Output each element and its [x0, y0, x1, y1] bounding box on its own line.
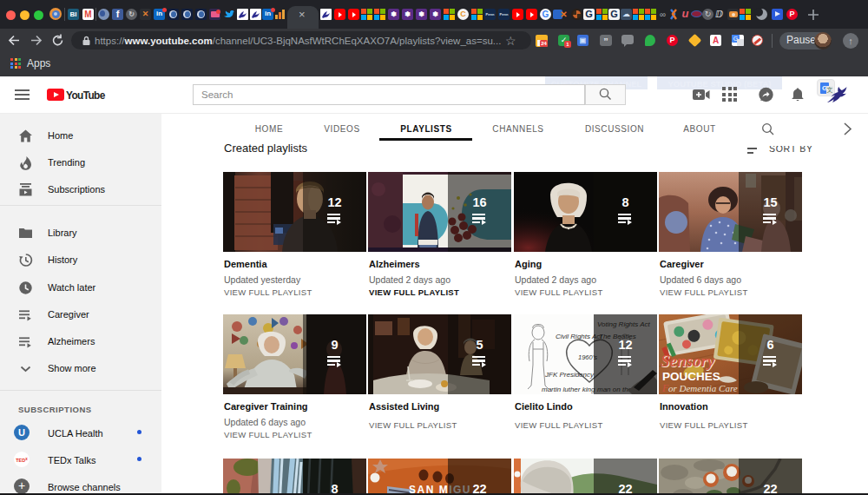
svg-text:martin luther king: martin luther king — [542, 386, 595, 393]
svg-text:POUCHES: POUCHES — [662, 370, 720, 383]
svg-text:Sensory: Sensory — [661, 352, 715, 370]
svg-text:JFK Presidency: JFK Presidency — [544, 371, 595, 379]
svg-text:or Dementia Care: or Dementia Care — [668, 383, 738, 393]
